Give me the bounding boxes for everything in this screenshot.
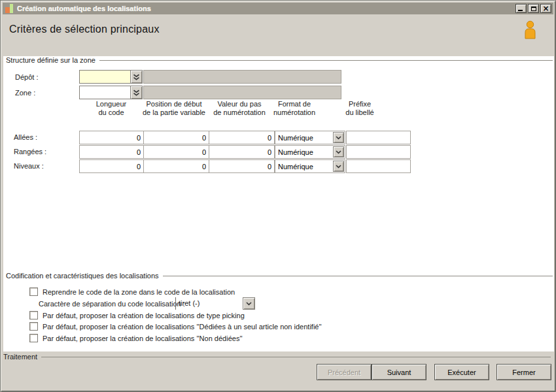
niveaux-pas-input[interactable] bbox=[209, 159, 275, 173]
depot-input[interactable] bbox=[80, 71, 130, 83]
structure-group-header: Structure définie sur la zone bbox=[6, 56, 553, 64]
precedent-button[interactable]: Précédent bbox=[317, 364, 372, 380]
chevron-down-icon bbox=[336, 150, 341, 154]
zone-label: Zone : bbox=[15, 89, 35, 97]
minimize-icon bbox=[518, 10, 523, 11]
localisations-non-dediees-label: Par défaut, proposer la création de loca… bbox=[43, 334, 243, 342]
localisations-picking-checkbox[interactable] bbox=[29, 311, 38, 319]
allees-format-dropdown-button[interactable] bbox=[333, 132, 344, 143]
niveaux-prefixe-input[interactable] bbox=[346, 159, 411, 173]
dialog-window: Création automatique des localisations ×… bbox=[0, 0, 556, 392]
window-title: Création automatique des localisations bbox=[17, 5, 514, 12]
allees-format-value: Numérique bbox=[275, 134, 332, 142]
suivant-button[interactable]: Suivant bbox=[372, 364, 426, 380]
structure-group-rule bbox=[99, 60, 553, 61]
niveaux-format-combobox[interactable]: Numérique bbox=[275, 159, 345, 173]
niveaux-format-value: Numérique bbox=[275, 163, 332, 171]
separateur-label: Caractère de séparation du code localisa… bbox=[39, 300, 185, 308]
zone-description-field bbox=[143, 86, 341, 99]
reprendre-code-zone-label: Reprendre le code de la zone dans le cod… bbox=[43, 287, 235, 296]
depot-label: Dépôt : bbox=[15, 73, 38, 81]
zone-dropdown-button[interactable] bbox=[130, 86, 142, 99]
codification-group-rule bbox=[163, 276, 553, 276]
reprendre-code-zone-checkbox[interactable] bbox=[29, 287, 38, 296]
depot-dropdown-button[interactable] bbox=[130, 71, 142, 83]
traitement-group-rule bbox=[41, 357, 551, 357]
row-label-niveaux: Niveaux : bbox=[14, 162, 44, 170]
user-icon bbox=[523, 20, 538, 39]
minimize-button[interactable] bbox=[515, 4, 527, 13]
niveaux-longueur-input[interactable] bbox=[79, 159, 144, 173]
depot-combobox[interactable] bbox=[79, 70, 143, 84]
niveaux-position-input[interactable] bbox=[143, 159, 209, 173]
codification-group-header: Codification et caractéristiques des loc… bbox=[6, 272, 553, 280]
allees-prefixe-input[interactable] bbox=[346, 131, 411, 144]
depot-description-field bbox=[143, 70, 341, 84]
localisations-dediees-label: Par défaut, proposer la création de loca… bbox=[43, 322, 322, 331]
double-chevron-down-icon bbox=[133, 90, 140, 96]
localisations-picking-label: Par défaut, proposer la création de loca… bbox=[43, 311, 245, 319]
page-header: Critères de sélection principaux bbox=[3, 14, 553, 56]
checkbox-row-non-dediees: Par défaut, proposer la création de loca… bbox=[29, 334, 243, 342]
maximize-button[interactable] bbox=[528, 4, 539, 13]
maximize-icon bbox=[531, 7, 536, 11]
executer-button[interactable]: Exécuter bbox=[434, 364, 489, 380]
allees-pas-input[interactable] bbox=[209, 131, 275, 144]
chevron-down-icon bbox=[246, 302, 252, 306]
double-chevron-down-icon bbox=[133, 74, 140, 80]
rangees-format-value: Numérique bbox=[275, 148, 332, 156]
close-icon: × bbox=[542, 5, 549, 12]
rangees-prefixe-input[interactable] bbox=[346, 145, 411, 159]
zone-combobox[interactable] bbox=[79, 86, 143, 99]
zone-input[interactable] bbox=[80, 86, 130, 99]
app-icon-orange-bar bbox=[5, 7, 10, 13]
localisations-dediees-checkbox[interactable] bbox=[29, 322, 38, 331]
structure-group-legend: Structure définie sur la zone bbox=[6, 56, 96, 64]
rangees-format-combobox[interactable]: Numérique bbox=[275, 145, 345, 159]
row-label-rangees: Rangées : bbox=[14, 148, 46, 155]
page-title: Critères de sélection principaux bbox=[9, 24, 160, 35]
allees-longueur-input[interactable] bbox=[79, 131, 144, 144]
close-button[interactable]: × bbox=[540, 4, 551, 13]
chevron-down-icon bbox=[336, 136, 341, 140]
separateur-dropdown-button[interactable] bbox=[243, 297, 255, 310]
rangees-position-input[interactable] bbox=[143, 145, 209, 159]
chevron-down-icon bbox=[336, 165, 341, 169]
checkbox-row-reprendre: Reprendre le code de la zone dans le cod… bbox=[29, 287, 235, 296]
niveaux-format-dropdown-button[interactable] bbox=[333, 161, 344, 172]
fermer-button[interactable]: Fermer bbox=[496, 364, 551, 380]
app-bar-chart-icon[interactable] bbox=[5, 4, 14, 13]
footer-panel: Traitement Précédent Suivant Exécuter Fe… bbox=[3, 351, 553, 391]
separateur-combobox-value[interactable]: tiret (-) bbox=[175, 297, 243, 310]
title-bar[interactable]: Création automatique des localisations × bbox=[3, 3, 553, 14]
row-label-allees: Allées : bbox=[14, 133, 37, 141]
allees-position-input[interactable] bbox=[143, 131, 209, 144]
traitement-group-legend: Traitement bbox=[3, 353, 37, 361]
codification-group-legend: Codification et caractéristiques des loc… bbox=[6, 272, 159, 280]
localisations-non-dediees-checkbox[interactable] bbox=[29, 334, 38, 342]
rangees-pas-input[interactable] bbox=[209, 145, 275, 159]
traitement-group-header: Traitement bbox=[3, 353, 551, 361]
column-header-prefixe: Préfixedu libellé bbox=[319, 100, 400, 117]
checkbox-row-dediees: Par défaut, proposer la création de loca… bbox=[29, 322, 322, 331]
app-icon-green-bar bbox=[10, 4, 13, 13]
main-panel: Structure définie sur la zone Dépôt : Zo… bbox=[3, 56, 554, 351]
rangees-format-dropdown-button[interactable] bbox=[333, 146, 344, 157]
allees-format-combobox[interactable]: Numérique bbox=[275, 131, 345, 144]
checkbox-row-picking: Par défaut, proposer la création de loca… bbox=[29, 311, 245, 319]
rangees-longueur-input[interactable] bbox=[79, 145, 144, 159]
